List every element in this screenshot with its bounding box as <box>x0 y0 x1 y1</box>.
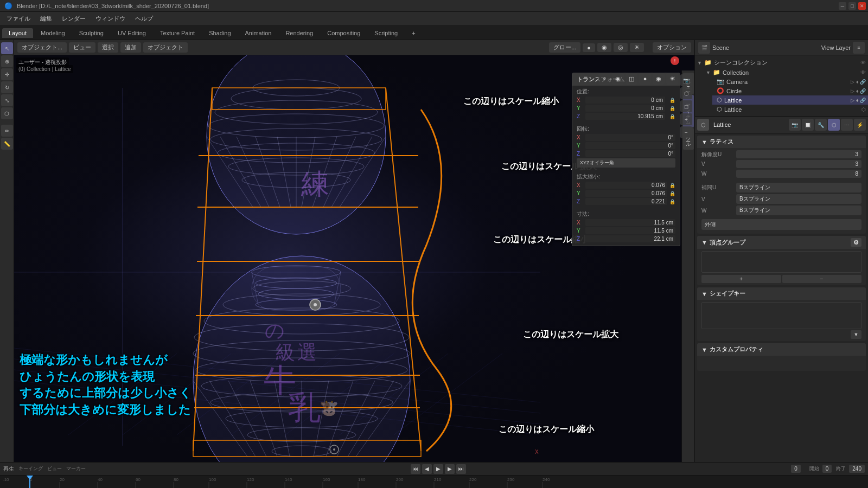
tab-scripting[interactable]: Scripting <box>368 28 404 38</box>
scale-x-lock[interactable]: 🔒 <box>669 183 675 188</box>
shape-key-header[interactable]: ▼ シェイプキー <box>697 287 866 300</box>
solid-shading[interactable]: ● <box>639 73 651 85</box>
close-button[interactable]: ✕ <box>858 2 866 10</box>
view-menu[interactable]: ビュー <box>69 42 95 53</box>
svg-text:230: 230 <box>507 477 515 482</box>
tab-animation[interactable]: Animation <box>239 28 278 38</box>
vertex-group-add-btn[interactable]: + <box>701 275 781 283</box>
viewport[interactable]: オブジェクト... ビュー 選択 追加 オブジェクト グロー... ● ◉ ◎ … <box>14 40 694 462</box>
vertex-group-settings[interactable]: ⚙ <box>851 238 861 247</box>
show-overlays-toggle[interactable]: ◉ <box>612 73 624 85</box>
collection-camera[interactable]: 📷 Camera ▷ ♦ 🔗 <box>712 77 868 86</box>
tab-uv-editing[interactable]: UV Editing <box>111 28 152 38</box>
tab-rendering[interactable]: Rendering <box>279 28 320 38</box>
menu-render[interactable]: レンダー <box>58 14 90 24</box>
tool-annotate[interactable]: ✏ <box>1 125 13 137</box>
tool-cursor[interactable]: ⊕ <box>1 55 13 67</box>
tab-modeling[interactable]: Modeling <box>34 28 72 38</box>
skip-start-btn[interactable]: ⏮ <box>411 464 420 474</box>
filter-icon[interactable]: ≡ <box>853 42 865 54</box>
pos-x-lock[interactable]: 🔒 <box>669 98 675 103</box>
collection-item[interactable]: ▼ 📁 Collection 👁 <box>704 68 868 77</box>
options-btn[interactable]: オプション <box>653 42 691 53</box>
pos-y-lock[interactable]: 🔒 <box>669 106 675 111</box>
timeline-controls: 再生 キーイング ビュー マーカー ⏮ ◀ ▶ ▶ ⏭ 0 開始 0 終了 24… <box>0 463 868 476</box>
rendered-shading[interactable]: ☀ <box>666 73 678 85</box>
tab-add[interactable]: + <box>405 28 422 38</box>
shape-key-down-arrow[interactable]: ▼ <box>851 330 861 339</box>
prop-icon-object[interactable]: 🔲 <box>802 119 814 131</box>
viewport-shading[interactable]: ● <box>583 43 595 52</box>
nav-persp-toggle[interactable]: ⬡ <box>680 87 692 99</box>
tool-select[interactable]: ↖ <box>1 42 13 54</box>
transform-panel: トランスフォーム ✕ 位置: X 0 cm 🔒 Y 0 cm <box>572 73 680 246</box>
xray-toggle[interactable]: ◫ <box>626 73 637 85</box>
viewport-solid[interactable]: ◉ <box>597 43 611 52</box>
menu-window[interactable]: ウィンドウ <box>91 14 130 24</box>
svg-text:選: 選 <box>297 342 317 363</box>
prop-icon-render[interactable]: 📷 <box>789 119 801 131</box>
nav-local-view[interactable]: ◻ <box>680 100 692 112</box>
select-menu[interactable]: 選択 <box>98 42 118 53</box>
maximize-button[interactable]: □ <box>848 2 856 10</box>
active-object-icon[interactable]: ⬡ <box>697 119 709 131</box>
frame-start[interactable]: 0 <box>822 465 832 473</box>
viewport-material[interactable]: ◎ <box>614 43 628 52</box>
custom-props-header[interactable]: ▼ カスタムプロパティ <box>697 343 866 356</box>
lattice-section-header[interactable]: ▼ ラティス <box>697 136 866 148</box>
add-menu[interactable]: 追加 <box>120 42 141 53</box>
current-frame[interactable]: 0 <box>791 465 801 473</box>
prop-icon-particles[interactable]: ⋯ <box>841 119 853 131</box>
tab-layout[interactable]: Layout <box>2 28 33 38</box>
vertex-group-header[interactable]: ▼ 頂点グループ ⚙ <box>697 236 866 249</box>
material-shading[interactable]: ◉ <box>653 73 665 85</box>
menu-help[interactable]: ヘルプ <box>131 14 157 24</box>
tool-transform[interactable]: ⬡ <box>1 107 13 119</box>
scene-label: Scene <box>712 44 729 51</box>
outside-btn[interactable]: 外側 <box>701 219 861 230</box>
prop-icon-modifier[interactable]: 🔧 <box>815 119 827 131</box>
prop-icon-physics[interactable]: ⚡ <box>854 119 866 131</box>
object-mode-dropdown[interactable]: オブジェクト... <box>17 42 67 53</box>
next-frame-btn[interactable]: ▶ <box>445 464 455 474</box>
right-panel-properties: ▼ ラティス 解像度U 3 V 3 W 8 <box>695 133 868 462</box>
nav-zoom-out[interactable]: − <box>680 126 692 138</box>
play-btn[interactable]: ▶ <box>433 464 443 474</box>
skip-end-btn[interactable]: ⏭ <box>456 464 466 474</box>
shape-key-list <box>701 302 861 329</box>
tab-texture-paint[interactable]: Texture Paint <box>154 28 201 38</box>
collection-circle[interactable]: ⭕ Circle ▷ ♦ 🔗 <box>712 86 868 95</box>
tab-sculpting[interactable]: Sculpting <box>73 28 110 38</box>
scene-collection-root[interactable]: ▼ 📁 シーンコレクション 👁 <box>695 57 868 68</box>
tool-rotate[interactable]: ↻ <box>1 81 13 93</box>
frame-end[interactable]: 240 <box>849 465 865 473</box>
scale-y-lock[interactable]: 🔒 <box>669 191 675 196</box>
scale-z-lock[interactable]: 🔒 <box>669 199 675 204</box>
workspace-tabs: Layout Modeling Sculpting UV Editing Tex… <box>0 26 868 40</box>
tab-compositing[interactable]: Compositing <box>321 28 367 38</box>
xyz-euler-dropdown[interactable]: XYZオイラー角 <box>577 158 675 168</box>
nav-camera-align[interactable]: 📷 <box>680 74 692 86</box>
vertex-group-remove-btn[interactable]: − <box>782 275 862 283</box>
timeline-track[interactable]: -10 0 20 40 60 80 100 120 140 160 180 20… <box>0 476 868 488</box>
error-indicator[interactable]: ! <box>671 56 679 65</box>
dimensions-section: 寸法: X 11.5 cm Y 11.5 cm Z 22.1 cm <box>572 208 680 246</box>
minimize-button[interactable]: ─ <box>839 2 846 10</box>
tool-scale[interactable]: ⤡ <box>1 94 13 106</box>
object-menu[interactable]: オブジェクト <box>143 42 188 53</box>
global-view-dropdown[interactable]: グロー... <box>549 42 580 53</box>
viewport-rendered[interactable]: ☀ <box>630 43 644 52</box>
tool-measure[interactable]: 📏 <box>1 138 13 150</box>
prop-icon-lattice[interactable]: ⬡ <box>828 119 840 131</box>
collection-lattice1[interactable]: ⬡ Lattice ▷ ♦ 🔗 <box>712 95 868 105</box>
collection-lattice2[interactable]: ⬡ Lattice ⬡ <box>712 105 868 114</box>
show-gizmo-toggle[interactable]: ⌖ <box>598 73 610 85</box>
pos-z-lock[interactable]: 🔒 <box>669 114 675 119</box>
menu-edit[interactable]: 編集 <box>36 14 56 24</box>
tab-shading[interactable]: Shading <box>202 28 237 38</box>
prev-frame-btn[interactable]: ◀ <box>422 464 432 474</box>
scale-x-row: X 0.076 🔒 <box>577 182 675 189</box>
nav-zoom-in[interactable]: + <box>680 113 692 125</box>
menu-file[interactable]: ファイル <box>2 14 35 24</box>
tool-move[interactable]: ✛ <box>1 68 13 80</box>
